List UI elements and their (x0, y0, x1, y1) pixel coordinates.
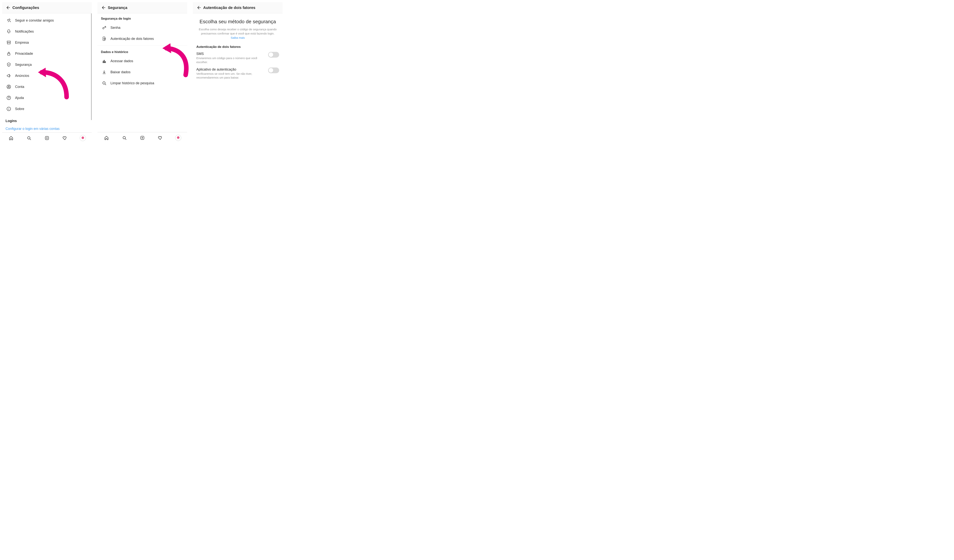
toggle-auth-app[interactable] (268, 67, 279, 73)
back-button[interactable] (100, 5, 108, 10)
option-description: Verificaremos se você tem um. Se não tiv… (196, 72, 265, 80)
heart-icon (158, 135, 163, 140)
screen-security: Segurança Segurança de login SenhaAutent… (97, 2, 187, 144)
back-arrow-icon (101, 5, 106, 10)
header: Segurança (98, 2, 187, 13)
download-icon (101, 70, 108, 75)
toggle-sms[interactable] (268, 52, 279, 58)
row-label: Limpar histórico de pesquisa (111, 81, 154, 85)
hero: Escolha seu método de segurança Escolha … (193, 13, 282, 42)
two-factor-option: SMSEnviaremos um código para o número qu… (196, 50, 279, 66)
settings-item-bell[interactable]: Notificações (2, 26, 92, 37)
row-label: Seguir e convidar amigos (15, 19, 54, 22)
page-title: Autenticação de dois fatores (203, 6, 255, 10)
search-icon (26, 135, 31, 140)
option-name: SMS (196, 52, 265, 56)
security-item-phone-shield[interactable]: Autenticação de dois fatores (98, 33, 187, 44)
tab-bar (2, 132, 92, 143)
toggle-knob (269, 53, 273, 57)
tab-activity[interactable] (157, 135, 164, 141)
help-circle-icon (6, 95, 12, 100)
back-arrow-icon (6, 5, 11, 10)
option-name: Aplicativo de autenticação (196, 67, 265, 72)
add-post-icon (140, 135, 145, 140)
screen-settings: Configurações Seguir e convidar amigosNo… (2, 2, 92, 144)
settings-item-megaphone[interactable]: Anúncios (2, 70, 92, 81)
header: Configurações (2, 2, 92, 13)
option-description: Enviaremos um código para o número que v… (196, 56, 265, 64)
page-title: Segurança (108, 6, 127, 10)
add-post-icon (44, 135, 50, 140)
settings-item-shield-check[interactable]: Segurança (2, 59, 92, 70)
settings-scroll: Seguir e convidar amigosNotificaçõesEmpr… (2, 13, 92, 131)
settings-item-info-circle[interactable]: Sobre (2, 103, 92, 114)
row-label: Baixar dados (111, 70, 131, 74)
back-arrow-icon (196, 5, 201, 10)
tab-create[interactable] (139, 135, 146, 141)
tab-create[interactable] (44, 135, 50, 141)
row-label: Anúncios (15, 74, 29, 78)
hero-body: Escolha como deseja receber o código de … (197, 27, 278, 40)
row-label: Notificações (15, 30, 34, 34)
settings-item-help-circle[interactable]: Ajuda (2, 92, 92, 103)
heart-icon (62, 135, 67, 140)
tab-profile[interactable] (175, 135, 181, 141)
tab-home[interactable] (103, 135, 110, 141)
options-heading: Autenticação de dois fatores (196, 42, 279, 50)
avatar-icon (175, 135, 181, 141)
home-icon (104, 135, 109, 140)
user-circle-icon (6, 84, 12, 89)
tab-activity[interactable] (62, 135, 68, 141)
row-label: Autenticação de dois fatores (111, 37, 154, 41)
search-icon (101, 81, 108, 86)
learn-more-link[interactable]: Saiba mais (231, 36, 245, 39)
phone-shield-icon (101, 36, 108, 41)
row-label: Sobre (15, 107, 24, 111)
shield-check-icon (6, 62, 12, 67)
row-label: Senha (111, 26, 120, 30)
row-label: Segurança (15, 63, 32, 67)
bar-chart-icon (101, 59, 108, 64)
row-label: Privacidade (15, 52, 33, 56)
security-item-search[interactable]: Limpar histórico de pesquisa (98, 78, 187, 89)
row-label: Acessar dados (111, 59, 133, 63)
bell-icon (6, 29, 12, 34)
settings-item-lock[interactable]: Privacidade (2, 48, 92, 59)
security-item-download[interactable]: Baixar dados (98, 67, 187, 78)
section-login-security: Segurança de login (98, 13, 187, 22)
multi-login-link[interactable]: Configurar o login em várias contas (2, 124, 92, 131)
tab-home[interactable] (8, 135, 14, 141)
megaphone-icon (6, 73, 12, 78)
storefront-icon (6, 40, 12, 45)
page-title: Configurações (12, 6, 39, 10)
row-label: Conta (15, 85, 24, 89)
tab-bar (98, 132, 187, 143)
avatar-icon (80, 135, 86, 141)
row-label: Empresa (15, 40, 29, 45)
row-label: Ajuda (15, 96, 24, 100)
hero-title: Escolha seu método de segurança (197, 19, 278, 25)
toggle-knob (269, 68, 273, 73)
header: Autenticação de dois fatores (193, 2, 282, 13)
home-icon (9, 135, 14, 140)
section-data-history: Dados e histórico (98, 47, 187, 56)
screen-two-factor: Autenticação de dois fatores Escolha seu… (193, 2, 283, 144)
settings-item-add-person[interactable]: Seguir e convidar amigos (2, 15, 92, 26)
back-button[interactable] (4, 5, 12, 10)
info-circle-icon (6, 106, 12, 111)
two-factor-option: Aplicativo de autenticaçãoVerificaremos … (196, 66, 279, 82)
settings-item-storefront[interactable]: Empresa (2, 37, 92, 48)
tab-search[interactable] (26, 135, 32, 141)
key-icon (101, 25, 108, 30)
add-person-icon (6, 18, 12, 23)
search-icon (122, 135, 127, 140)
back-button[interactable] (195, 5, 203, 10)
tab-search[interactable] (121, 135, 128, 141)
scrollbar[interactable] (91, 13, 92, 120)
security-item-key[interactable]: Senha (98, 22, 187, 33)
tab-profile[interactable] (80, 135, 86, 141)
lock-icon (6, 51, 12, 56)
settings-item-user-circle[interactable]: Conta (2, 81, 92, 92)
security-item-bar-chart[interactable]: Acessar dados (98, 56, 187, 67)
logins-heading: Logins (2, 114, 92, 124)
